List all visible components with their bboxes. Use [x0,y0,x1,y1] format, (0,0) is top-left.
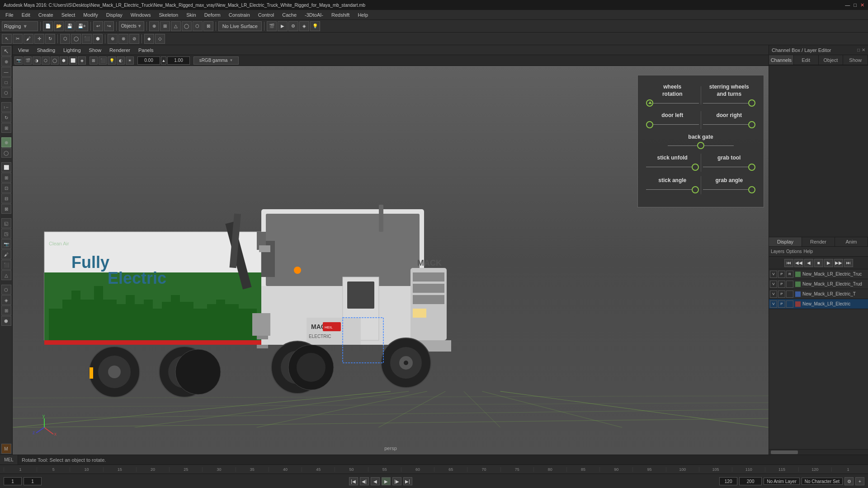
extra4-btn[interactable]: ⬢ [1,316,11,326]
mode-selector[interactable]: Rigging ▼ [2,21,38,31]
menu-skeleton[interactable]: Skeleton [155,11,182,19]
ipr-btn[interactable]: ▶ [278,21,288,31]
save-as-btn[interactable]: 💾+ [75,21,88,31]
nurbs-tool[interactable]: ◯ [71,34,81,44]
menu-select[interactable]: Select [58,11,79,19]
show-grid-btn[interactable]: ⊞ [1,173,11,183]
snap-grid-btn[interactable]: ⊟ [1,193,11,203]
layer-row-1[interactable]: V P R New_Mack_LR_Electric_Truc [769,269,868,279]
close-btn[interactable]: ✕ [860,2,864,8]
isolate-btn[interactable]: ◈ [78,56,86,65]
snap2[interactable]: ⊞ [160,21,170,31]
tab-channels[interactable]: Channels [769,55,794,65]
minimize-btn[interactable]: — [845,2,850,8]
rotate-tool[interactable]: ↻ [45,34,55,44]
options-btn[interactable]: Options [786,249,802,254]
grab-tool-circle[interactable] [748,164,755,171]
current-frame-input[interactable] [4,477,22,485]
render-btn[interactable]: 🎬 [267,21,277,31]
undo-btn[interactable]: ↩ [93,21,103,31]
lasso-tool[interactable]: ✂ [13,34,23,44]
play-backwards-btn[interactable]: ◀ [371,477,380,485]
snap4[interactable]: ◯ [182,21,192,31]
stick-angle-circle[interactable] [692,186,699,193]
texture-btn[interactable]: ⬛ [99,56,107,65]
layer-row-2[interactable]: V P New_Mack_LR_Electric_Trud [769,279,868,289]
view-menu[interactable]: View [14,47,33,54]
snap3[interactable]: △ [171,21,181,31]
camera-tools-btn[interactable]: 📷 [1,239,11,249]
jump-start-btn[interactable]: ⏮ [784,259,793,267]
polygon-tool[interactable]: ⬡ [60,34,70,44]
tab-show[interactable]: Show [843,55,868,65]
menu-modify[interactable]: Modify [80,11,101,19]
menu-help[interactable]: Help [354,11,372,19]
select-tool[interactable]: ↖ [2,34,12,44]
snap1[interactable]: ⊕ [149,21,159,31]
renderer-menu[interactable]: Renderer [106,47,134,54]
bind-tool[interactable]: ⊘ [129,34,139,44]
menu-control[interactable]: Control [255,11,278,19]
menu-constrain[interactable]: Constrain [225,11,254,19]
layer-row-4[interactable]: V P New_Mack_LR_Electric [769,299,868,309]
deform-tool[interactable]: ◇ [155,34,165,44]
stick-unfold-circle[interactable] [692,164,699,171]
layer-vis-2[interactable]: V [770,281,777,288]
menu-windows[interactable]: Windows [127,11,155,19]
hud-btn[interactable]: ⊞ [90,56,98,65]
show-menu[interactable]: Show [85,47,105,54]
vertex-mode-btn[interactable]: ⊕ [1,56,11,66]
move-mode-btn[interactable]: ↕↔ [1,102,11,112]
viewport-content[interactable]: Fully Electric MACK ELECTRIC [13,66,769,455]
lighting-menu[interactable]: Lighting [60,47,85,54]
door-right-circle[interactable] [748,121,755,128]
layer-vis-1[interactable]: V [770,271,777,278]
surface-tool[interactable]: ⬢ [93,34,103,44]
exposure-btn[interactable]: ☀ [126,56,134,65]
gamma-selector[interactable]: sRGB gamma ▼ [193,56,239,65]
jump-end-btn[interactable]: ⏭ [844,259,853,267]
cage-btn[interactable]: ⬢ [60,56,68,65]
menu-redshift[interactable]: Redshift [328,11,353,19]
field1-btn[interactable]: ▲ [161,56,166,65]
jump-to-end-btn[interactable]: ▶| [403,477,412,485]
stop-btn[interactable]: ■ [814,259,823,267]
artisan-btn[interactable]: ⬛ [1,260,11,270]
layer-r-4[interactable] [786,300,793,308]
play-back-btn[interactable]: ◀ [804,259,813,267]
bbox-btn[interactable]: ⬜ [69,56,77,65]
redo-btn[interactable]: ↪ [104,21,114,31]
objects-btn[interactable]: Objects ▼ [119,21,144,31]
camera-btn[interactable]: 📷 [14,56,23,65]
render-region-btn[interactable]: ◱ [1,218,11,228]
steering-circle[interactable] [748,99,755,107]
sculpt-btn[interactable]: △ [1,270,11,280]
play-fwd-btn[interactable]: ▶ [824,259,833,267]
maximize-btn[interactable]: □ [854,2,857,8]
menu-skin[interactable]: Skin [183,11,199,19]
layer-vis-4[interactable]: V [770,300,777,308]
shadow2-btn[interactable]: ◐ [117,56,125,65]
uv-mode-btn[interactable]: ⬡ [1,88,11,98]
ik-tool[interactable]: ⊗ [118,34,128,44]
field1[interactable]: 0.00 [137,56,160,65]
hypershade[interactable]: ◈ [299,21,309,31]
smooth-btn[interactable]: ◯ [51,56,59,65]
menu-display[interactable]: Display [103,11,126,19]
range-start-input[interactable] [24,477,42,485]
play-forwards-btn[interactable]: ▶ [382,477,391,485]
step-back-btn[interactable]: ◀◀ [794,259,803,267]
range-end-input[interactable] [719,477,737,485]
layer-p-2[interactable]: P [778,281,785,288]
wheels-rotation-circle[interactable] [646,99,653,107]
menu-file[interactable]: File [2,11,17,19]
edge-mode-btn[interactable]: — [1,67,11,77]
menu-cache[interactable]: Cache [278,11,300,19]
panels-menu[interactable]: Panels [135,47,157,54]
layer-p-1[interactable]: P [778,271,785,278]
layer-r-1[interactable]: R [786,271,793,278]
film-btn[interactable]: 🎬 [24,56,32,65]
char-set-btn[interactable]: + [855,477,864,485]
light-btn[interactable]: 💡 [108,56,116,65]
anim-settings-btn[interactable]: ⚙ [844,477,854,485]
